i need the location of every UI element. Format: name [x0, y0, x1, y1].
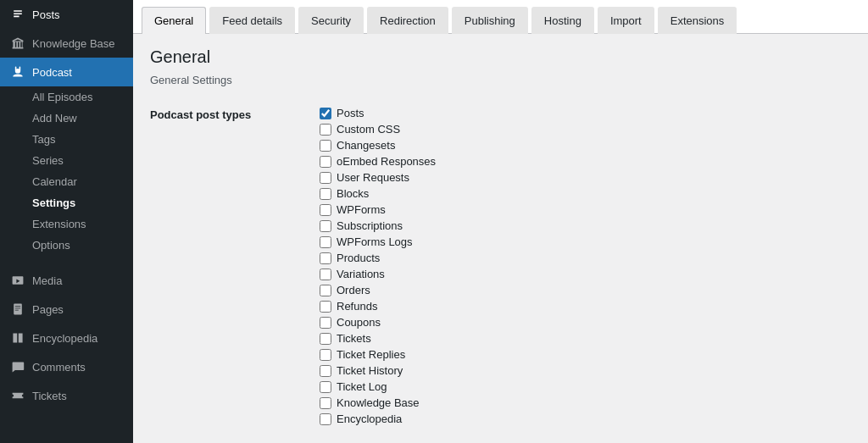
- tab-security[interactable]: Security: [298, 7, 364, 34]
- checkbox-label-coupons: Coupons: [337, 316, 381, 329]
- checkbox-item-ticket-replies: Ticket Replies: [320, 348, 851, 361]
- checkbox-label-refunds: Refunds: [337, 300, 377, 313]
- sub-add-new-label: Add New: [32, 112, 77, 125]
- checkbox-label-variations: Variations: [337, 268, 385, 280]
- sidebar-sub-extensions[interactable]: Extensions: [0, 213, 133, 235]
- checkbox-blocks[interactable]: [320, 188, 331, 200]
- sidebar: Posts Knowledge Base Podcast All Episode…: [0, 0, 133, 443]
- checkbox-label-custom-css: Custom CSS: [337, 123, 400, 136]
- checkbox-oembed-responses[interactable]: [320, 156, 331, 168]
- checkbox-label-encyclopedia: Encyclopedia: [337, 413, 402, 425]
- media-icon: [10, 273, 25, 288]
- checkbox-item-tickets: Tickets: [320, 332, 851, 345]
- sidebar-sub-all-episodes[interactable]: All Episodes: [0, 86, 133, 108]
- checkbox-refunds[interactable]: [320, 301, 331, 313]
- main-area: General Feed details Security Redirectio…: [133, 0, 868, 443]
- checkbox-item-variations: Variations: [320, 268, 851, 280]
- sidebar-item-tickets-label: Tickets: [32, 390, 67, 402]
- checkbox-label-oembed-responses: oEmbed Responses: [337, 155, 436, 168]
- tickets-icon: [10, 388, 25, 403]
- checkbox-list: PostsCustom CSSChangesetsoEmbed Response…: [320, 107, 851, 425]
- sidebar-item-posts[interactable]: Posts: [0, 0, 133, 29]
- checkbox-variations[interactable]: [320, 269, 331, 280]
- sidebar-item-podcast[interactable]: Podcast: [0, 58, 133, 86]
- checkbox-item-refunds: Refunds: [320, 300, 851, 313]
- checkbox-label-user-requests: User Requests: [337, 171, 409, 184]
- checkbox-label-blocks: Blocks: [337, 187, 369, 200]
- checkbox-item-posts: Posts: [320, 107, 851, 119]
- sub-all-episodes-label: All Episodes: [32, 91, 93, 103]
- sidebar-item-tickets[interactable]: Tickets: [0, 381, 133, 410]
- sidebar-item-podcast-label: Podcast: [32, 66, 72, 79]
- pages-icon: [10, 302, 25, 317]
- checkbox-products[interactable]: [320, 252, 331, 264]
- sidebar-sub-add-new[interactable]: Add New: [0, 108, 133, 129]
- checkbox-tickets[interactable]: [320, 333, 331, 345]
- sidebar-item-comments-label: Comments: [32, 361, 86, 374]
- checkbox-item-blocks: Blocks: [320, 187, 851, 200]
- checkbox-item-subscriptions: Subscriptions: [320, 219, 851, 232]
- checkbox-item-user-requests: User Requests: [320, 171, 851, 184]
- checkbox-ticket-replies[interactable]: [320, 349, 331, 361]
- sidebar-sub-calendar[interactable]: Calendar: [0, 171, 133, 192]
- sub-tags-label: Tags: [32, 133, 55, 146]
- tab-redirection[interactable]: Redirection: [367, 7, 448, 34]
- sidebar-item-encyclopedia[interactable]: Encyclopedia: [0, 324, 133, 352]
- checkbox-posts[interactable]: [320, 108, 331, 119]
- checkbox-label-orders: Orders: [337, 284, 370, 296]
- sidebar-item-media[interactable]: Media: [0, 266, 133, 295]
- settings-table: Podcast post types PostsCustom CSSChange…: [150, 103, 851, 429]
- checkbox-list-cell: PostsCustom CSSChangesetsoEmbed Response…: [320, 103, 851, 429]
- checkbox-label-wpforms-logs: WPForms Logs: [337, 235, 413, 248]
- checkbox-orders[interactable]: [320, 285, 331, 296]
- tab-general[interactable]: General: [142, 7, 206, 34]
- checkbox-item-changesets: Changesets: [320, 139, 851, 152]
- checkbox-item-wpforms-logs: WPForms Logs: [320, 235, 851, 248]
- checkbox-label-tickets: Tickets: [337, 332, 371, 345]
- checkbox-item-custom-css: Custom CSS: [320, 123, 851, 136]
- sidebar-sub-settings[interactable]: Settings: [0, 192, 133, 213]
- encyclopedia-icon: [10, 330, 25, 346]
- checkbox-label-products: Products: [337, 252, 380, 264]
- checkbox-label-ticket-history: Ticket History: [337, 364, 403, 377]
- tab-feed-details[interactable]: Feed details: [209, 7, 295, 34]
- checkbox-item-ticket-history: Ticket History: [320, 364, 851, 377]
- tab-extensions[interactable]: Extensions: [658, 7, 737, 34]
- sidebar-sub-options[interactable]: Options: [0, 235, 133, 256]
- sidebar-sub-tags[interactable]: Tags: [0, 129, 133, 150]
- sub-calendar-label: Calendar: [32, 175, 77, 188]
- checkbox-label-ticket-replies: Ticket Replies: [337, 348, 405, 361]
- sidebar-item-pages[interactable]: Pages: [0, 295, 133, 324]
- checkbox-changesets[interactable]: [320, 140, 331, 152]
- checkbox-encyclopedia[interactable]: [320, 413, 331, 425]
- sidebar-item-posts-label: Posts: [32, 8, 60, 21]
- sidebar-item-comments[interactable]: Comments: [0, 352, 133, 381]
- checkbox-knowledge-base[interactable]: [320, 397, 331, 409]
- tab-import[interactable]: Import: [598, 7, 654, 34]
- checkbox-coupons[interactable]: [320, 317, 331, 329]
- checkbox-label-knowledge-base: Knowledge Base: [337, 396, 420, 409]
- tab-publishing[interactable]: Publishing: [452, 7, 528, 34]
- checkbox-item-wpforms: WPForms: [320, 203, 851, 216]
- tab-hosting[interactable]: Hosting: [531, 7, 594, 34]
- sidebar-item-pages-label: Pages: [32, 303, 64, 316]
- checkbox-custom-css[interactable]: [320, 124, 331, 136]
- sidebar-item-knowledge-base[interactable]: Knowledge Base: [0, 29, 133, 58]
- checkbox-item-coupons: Coupons: [320, 316, 851, 329]
- sub-options-label: Options: [32, 239, 70, 252]
- sidebar-item-kb-label: Knowledge Base: [32, 37, 115, 50]
- sidebar-item-media-label: Media: [32, 274, 62, 287]
- content-subtitle: General Settings: [150, 74, 851, 86]
- checkbox-wpforms[interactable]: [320, 204, 331, 216]
- page-title: General: [150, 47, 851, 67]
- checkbox-wpforms-logs[interactable]: [320, 236, 331, 248]
- checkbox-user-requests[interactable]: [320, 172, 331, 184]
- checkbox-ticket-history[interactable]: [320, 365, 331, 377]
- checkbox-ticket-log[interactable]: [320, 381, 331, 393]
- checkbox-label-changesets: Changesets: [337, 139, 395, 152]
- checkbox-item-encyclopedia: Encyclopedia: [320, 413, 851, 425]
- checkbox-label-ticket-log: Ticket Log: [337, 380, 387, 393]
- checkbox-subscriptions[interactable]: [320, 220, 331, 232]
- sidebar-item-encyclopedia-label: Encyclopedia: [32, 332, 97, 345]
- sidebar-sub-series[interactable]: Series: [0, 150, 133, 171]
